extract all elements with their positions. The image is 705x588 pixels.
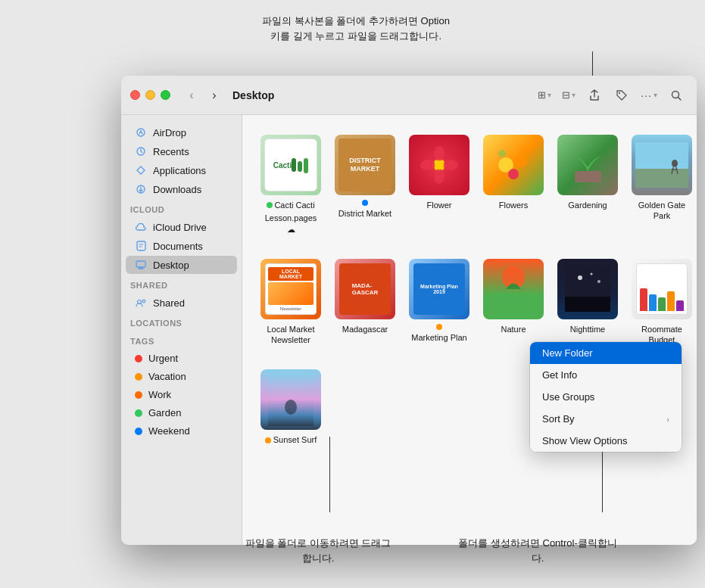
annotation-bottom-right: 폴더를 생성하려면 Control-클릭합니다.: [454, 536, 621, 565]
sidebar-item-documents[interactable]: Documents: [126, 237, 237, 255]
golden-gate-illustration: [635, 142, 688, 188]
back-button[interactable]: ‹: [182, 86, 201, 104]
thumb-gardening: [557, 135, 618, 195]
svg-point-27: [597, 280, 600, 283]
sidebar-item-work[interactable]: Work: [126, 386, 237, 403]
svg-rect-19: [635, 142, 688, 169]
file-label-sunset-surf: Sunset Surf: [265, 434, 317, 445]
svg-rect-29: [565, 297, 610, 312]
file-item-flower[interactable]: Flower: [406, 130, 473, 239]
svg-point-26: [578, 275, 582, 280]
file-label-cacti: Cacti Cacti Lesson.pages ☁: [260, 200, 321, 235]
svg-rect-24: [498, 293, 529, 316]
sidebar-section-locations: Locations: [121, 313, 242, 331]
thumb-roommate-budget: [632, 259, 692, 319]
shared-icon: [135, 297, 147, 309]
group-view-button[interactable]: ⊟ ▾: [559, 85, 579, 106]
file-item-golden-gate[interactable]: Golden Gate Park: [629, 130, 695, 239]
thumb-flower: [409, 135, 469, 195]
flower-illustration: [420, 146, 458, 184]
sidebar-item-vacation[interactable]: Vacation: [126, 368, 237, 385]
sidebar-item-recents-label: Recents: [153, 146, 189, 157]
sidebar-item-downloads[interactable]: Downloads: [126, 180, 237, 198]
thumb-madagascar: MADA-GASCAR: [335, 259, 395, 319]
toolbar-right: ⊞ ▾ ⊟ ▾ ··· ▾: [535, 85, 688, 106]
nature-illustration: [491, 263, 536, 316]
file-item-gardening[interactable]: Gardening: [554, 130, 621, 239]
sidebar-item-work-label: Work: [148, 389, 171, 400]
group-icon: ⊟: [562, 89, 570, 101]
thumb-cacti: Cacti: [260, 135, 321, 195]
gardening-illustration: [567, 145, 609, 186]
sidebar-item-airdrop-label: AirDrop: [153, 127, 186, 138]
file-item-roommate-budget[interactable]: RoommateBudget: [629, 254, 695, 350]
context-menu-item-show-view-options[interactable]: Show View Options: [530, 430, 682, 452]
applications-icon: [135, 164, 147, 176]
sidebar-item-urgent[interactable]: Urgent: [126, 350, 237, 367]
fullscreen-button[interactable]: [161, 90, 170, 100]
traffic-lights: [130, 90, 170, 100]
file-item-marketing-plan[interactable]: Marketing Plan2019 Marketing Plan: [406, 254, 473, 350]
more-button[interactable]: ··· ▾: [638, 85, 660, 106]
sidebar-section-tags: Tags: [121, 331, 242, 349]
sidebar-item-airdrop[interactable]: AirDrop: [126, 123, 237, 142]
vacation-dot: [135, 373, 142, 381]
icon-view-button[interactable]: ⊞ ▾: [535, 85, 554, 106]
marketing-tag-dot: [436, 324, 442, 330]
context-menu-item-get-info[interactable]: Get Info: [530, 364, 682, 386]
context-menu-item-use-groups[interactable]: Use Groups: [530, 386, 682, 408]
file-label-local-market: Local MarketNewsletter: [267, 324, 315, 346]
svg-point-1: [137, 129, 145, 136]
tag-button[interactable]: [610, 85, 633, 106]
sidebar-item-icloud-drive[interactable]: iCloud Drive: [126, 218, 237, 236]
sidebar-item-desktop[interactable]: Desktop: [126, 256, 237, 274]
file-item-flowers[interactable]: Flowers: [480, 130, 547, 239]
group-chevron-icon: ▾: [572, 91, 576, 99]
file-label-madagascar: Madagascar: [342, 324, 388, 334]
svg-point-7: [142, 300, 145, 303]
close-button[interactable]: [130, 90, 140, 100]
sidebar-item-garden[interactable]: Garden: [126, 404, 237, 422]
garden-dot: [135, 409, 142, 417]
sidebar-item-weekend-label: Weekend: [148, 425, 190, 437]
documents-icon: [135, 240, 147, 252]
district-tag-dot: [362, 200, 368, 206]
svg-point-13: [435, 160, 444, 170]
svg-point-21: [672, 160, 678, 167]
sunset-illustration: [268, 373, 314, 426]
nav-buttons: ‹ ›: [182, 86, 223, 104]
file-item-madagascar[interactable]: MADA-GASCAR Madagascar: [332, 254, 398, 350]
sidebar-section-shared: Shared: [121, 275, 242, 293]
forward-button[interactable]: ›: [205, 86, 223, 104]
svg-point-10: [434, 169, 445, 184]
svg-point-9: [434, 146, 445, 161]
sidebar-item-downloads-label: Downloads: [153, 184, 201, 195]
svg-point-11: [420, 160, 435, 170]
sidebar-item-weekend[interactable]: Weekend: [126, 422, 237, 440]
weekend-dot: [135, 428, 142, 435]
search-button[interactable]: [665, 85, 688, 106]
file-item-cacti[interactable]: Cacti Cacti Cacti: [257, 130, 324, 239]
file-item-local-market[interactable]: LOCAL MARKET Newsletter Local MarketNews…: [257, 254, 324, 350]
urgent-dot: [135, 355, 142, 362]
annotation-bottom-left: 파일을 폴더로 이동하려면 드래그합니다.: [242, 536, 394, 565]
file-item-sunset-surf[interactable]: Sunset Surf: [257, 365, 324, 450]
context-menu-item-new-folder[interactable]: New Folder: [530, 342, 682, 364]
minimize-button[interactable]: [145, 90, 155, 100]
file-label-golden-gate: Golden Gate Park: [632, 200, 692, 222]
sidebar-item-applications-label: Applications: [153, 165, 206, 176]
file-item-nighttime[interactable]: Nighttime: [554, 254, 621, 350]
file-item-district-market[interactable]: DISTRICTMARKET District Market: [332, 130, 398, 239]
share-button[interactable]: [583, 85, 606, 106]
cacti-tag-dot: [267, 202, 273, 208]
context-menu-item-sort-by[interactable]: Sort By ›: [530, 408, 682, 430]
file-label-district-market: District Market: [335, 200, 395, 219]
recents-icon: [135, 145, 147, 157]
tag-icon: [616, 89, 628, 101]
sidebar-item-shared[interactable]: Shared: [126, 294, 237, 312]
sidebar-item-recents[interactable]: Recents: [126, 142, 237, 160]
sidebar-item-applications[interactable]: Applications: [126, 161, 237, 179]
downloads-icon: [135, 183, 147, 195]
sidebar-item-shared-label: Shared: [153, 297, 185, 309]
file-item-nature[interactable]: Nature: [480, 254, 547, 350]
